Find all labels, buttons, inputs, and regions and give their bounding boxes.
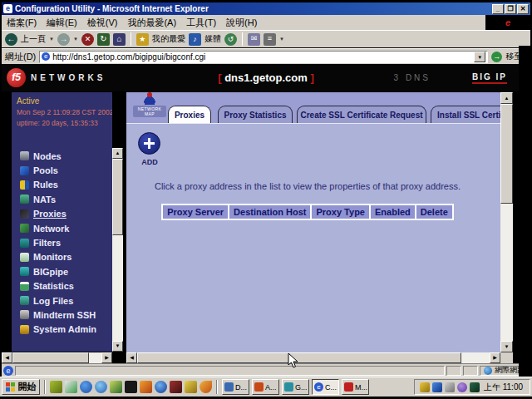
restore-button[interactable]: ❐ <box>505 4 516 14</box>
scroll-left-icon[interactable]: ◀ <box>126 352 137 363</box>
sidebar-item-pools[interactable]: Pools <box>20 163 96 177</box>
main-horizontal-scrollbar[interactable]: ◀ ▶ <box>126 352 500 363</box>
tray-icon[interactable] <box>420 382 430 392</box>
tab-bar: NETWORK MAP Proxies Proxy Statistics Cre… <box>126 92 500 123</box>
print-icon[interactable]: ≡ <box>264 33 276 46</box>
taskbar-window-button[interactable]: A... <box>252 379 279 395</box>
home-icon[interactable]: ⌂ <box>113 33 126 46</box>
sidebar-item-proxies[interactable]: Proxies <box>20 207 96 221</box>
mail-icon[interactable]: ✉ <box>248 33 260 46</box>
quick-launch-icon[interactable] <box>95 381 107 393</box>
tab-install-ssl-certificate[interactable]: Install SSL Certif <box>431 106 500 123</box>
address-dropdown-icon[interactable]: ▼ <box>474 52 485 62</box>
network-map-button[interactable]: NETWORK MAP <box>133 95 166 117</box>
scroll-right-icon[interactable]: ▶ <box>101 352 112 363</box>
sidebar-horizontal-scrollbar[interactable]: ◀ ▶ <box>2 352 112 363</box>
scroll-thumb[interactable] <box>500 104 513 204</box>
quick-launch-icon[interactable] <box>50 381 62 393</box>
window-titlebar[interactable]: e Configuration Utility - Microsoft Inte… <box>2 2 530 15</box>
address-url[interactable]: http://dns1.getop.com/bigipgui/bigconf.c… <box>52 52 205 62</box>
sidebar-item-network[interactable]: Network <box>20 221 96 235</box>
sidebar-item-nodes[interactable]: Nodes <box>20 149 96 163</box>
scroll-thumb[interactable] <box>137 352 461 363</box>
menu-help[interactable]: 說明(H) <box>226 17 257 29</box>
scroll-right-icon[interactable]: ▶ <box>490 352 500 363</box>
scroll-thumb[interactable] <box>112 159 123 235</box>
back-dropdown-icon[interactable]: ▼ <box>49 37 54 42</box>
back-button-label[interactable]: 上一頁 <box>21 33 46 45</box>
tab-proxies[interactable]: Proxies <box>168 106 211 123</box>
bigpipe-icon <box>20 267 29 276</box>
tray-icon[interactable] <box>470 382 480 392</box>
refresh-icon[interactable]: ↻ <box>97 33 110 46</box>
column-proxy-type[interactable]: Proxy Type <box>312 205 369 219</box>
toolbar-more-icon[interactable]: ▼ <box>279 37 284 42</box>
add-proxy-button[interactable] <box>138 132 160 155</box>
stop-icon[interactable]: ✕ <box>81 33 94 46</box>
menu-favorites[interactable]: 我的最愛(A) <box>127 17 176 29</box>
favorites-button-label[interactable]: 我的最愛 <box>152 33 185 45</box>
back-icon[interactable]: ← <box>5 33 17 46</box>
close-button[interactable]: ✕ <box>517 4 529 14</box>
app-icon <box>284 382 293 392</box>
quick-launch-icon[interactable] <box>65 381 77 393</box>
sidebar-item-rules[interactable]: Rules <box>20 178 96 192</box>
sidebar-item-statistics[interactable]: Statistics <box>20 279 96 293</box>
quick-launch-icon[interactable] <box>155 381 167 393</box>
menu-tools[interactable]: 工具(T) <box>186 17 216 29</box>
start-button[interactable]: 開始 <box>2 379 40 395</box>
quick-launch-icon[interactable] <box>125 381 137 393</box>
column-enabled[interactable]: Enabled <box>371 205 415 219</box>
quick-launch-icon[interactable] <box>170 381 182 393</box>
menu-file[interactable]: 檔案(F) <box>7 17 37 29</box>
scroll-up-icon[interactable]: ▲ <box>112 148 123 159</box>
scroll-down-icon[interactable]: ▼ <box>500 341 513 352</box>
tray-icon[interactable] <box>445 382 455 392</box>
tab-create-ssl-certificate-request[interactable]: Create SSL Certificate Request <box>297 106 426 123</box>
taskbar-clock[interactable]: 上午 11:00 <box>482 382 525 393</box>
sidebar-item-bigpipe[interactable]: BIGpipe <box>20 264 96 278</box>
sidebar-item-monitors[interactable]: Monitors <box>20 250 96 264</box>
address-input[interactable]: e http://dns1.getop.com/bigipgui/bigconf… <box>39 51 488 63</box>
taskbar-window-button[interactable]: D... <box>222 379 249 395</box>
sidebar-item-system-admin[interactable]: System Admin <box>20 323 96 337</box>
menu-view[interactable]: 檢視(V) <box>87 17 118 29</box>
scroll-left-icon[interactable]: ◀ <box>2 352 12 363</box>
column-delete[interactable]: Delete <box>416 205 452 219</box>
quick-launch-icon[interactable] <box>80 381 92 393</box>
banner-3dns-link[interactable]: 3 DNS <box>394 73 431 82</box>
sidebar-item-log-files[interactable]: Log Files <box>20 293 96 308</box>
column-proxy-server[interactable]: Proxy Server <box>163 205 228 219</box>
scroll-thumb[interactable] <box>12 352 89 363</box>
quick-launch-icon[interactable] <box>185 381 197 393</box>
quick-launch-icon[interactable] <box>200 381 212 393</box>
taskbar-window-button[interactable]: G... <box>282 379 309 395</box>
favorites-icon[interactable]: ★ <box>136 33 149 46</box>
forward-icon[interactable]: → <box>57 33 70 46</box>
media-button-label[interactable]: 媒體 <box>204 33 221 45</box>
add-button-label[interactable]: ADD <box>133 158 166 166</box>
scroll-up-icon[interactable]: ▲ <box>500 92 513 104</box>
taskbar-window-button-active[interactable]: eC... <box>312 379 339 395</box>
forward-dropdown-icon[interactable]: ▼ <box>73 37 78 42</box>
media-icon[interactable]: ♪ <box>189 33 201 46</box>
minimize-button[interactable]: _ <box>492 4 504 14</box>
go-icon[interactable]: → <box>491 52 502 62</box>
quick-launch-icon[interactable] <box>110 381 122 393</box>
quick-launch-icon[interactable] <box>140 381 152 393</box>
taskbar-window-button[interactable]: M... <box>342 379 369 395</box>
banner-bigip-link[interactable]: BIG IP <box>472 72 507 84</box>
sidebar-item-nats[interactable]: NATs <box>20 192 96 206</box>
column-destination-host[interactable]: Destination Host <box>229 205 310 219</box>
main-vertical-scrollbar[interactable]: ▲ ▼ <box>500 92 513 352</box>
tray-icon[interactable] <box>432 382 442 392</box>
menu-edit[interactable]: 編輯(E) <box>47 17 77 29</box>
sidebar-item-filters[interactable]: Filters <box>20 235 96 249</box>
scroll-down-icon[interactable]: ▼ <box>112 341 123 352</box>
tray-icon[interactable] <box>457 382 467 392</box>
sidebar-vertical-scrollbar[interactable]: ▲ ▼ <box>112 148 123 352</box>
sidebar-nav: Nodes Pools Rules NATs Proxies Network F… <box>20 149 96 337</box>
tab-proxy-statistics[interactable]: Proxy Statistics <box>218 106 293 123</box>
sidebar-item-mindterm-ssh[interactable]: Mindterm SSH <box>20 308 96 322</box>
history-icon[interactable]: ↺ <box>224 33 237 46</box>
